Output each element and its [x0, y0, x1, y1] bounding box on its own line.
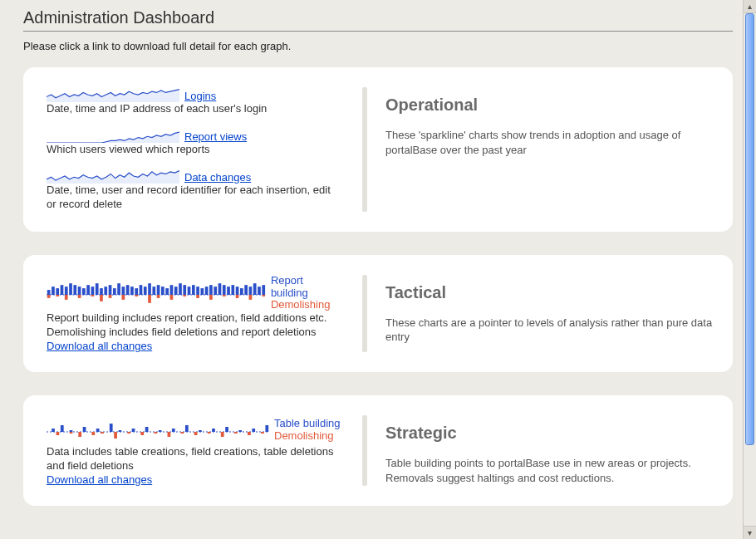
svg-rect-68 [262, 285, 265, 295]
svg-rect-103 [252, 429, 255, 432]
svg-rect-69 [262, 295, 265, 296]
svg-rect-50 [201, 288, 204, 295]
legend-tactical: Report building Demolishing [271, 275, 342, 312]
svg-rect-32 [144, 287, 147, 295]
svg-rect-53 [209, 295, 213, 300]
svg-rect-57 [223, 295, 226, 296]
svg-rect-83 [119, 430, 122, 432]
desc-logins: Date, time and IP address of each user's… [47, 102, 342, 116]
svg-rect-76 [78, 432, 81, 437]
svg-rect-82 [114, 432, 117, 439]
svg-rect-7 [65, 287, 68, 295]
link-logins[interactable]: Logins [184, 90, 216, 102]
svg-rect-28 [130, 287, 134, 295]
svg-rect-61 [236, 295, 239, 298]
scrollbar-thumb[interactable] [745, 13, 754, 445]
desc-report-views: Which users viewed which reports [47, 143, 342, 157]
svg-rect-14 [86, 285, 90, 295]
svg-rect-9 [69, 283, 72, 295]
svg-rect-38 [161, 287, 164, 295]
svg-rect-51 [205, 287, 209, 295]
svg-rect-104 [261, 432, 264, 434]
svg-rect-55 [218, 283, 222, 295]
svg-rect-12 [78, 295, 81, 298]
svg-rect-58 [227, 287, 230, 295]
svg-rect-33 [148, 283, 151, 295]
svg-rect-64 [249, 287, 253, 295]
divbar-tactical [47, 278, 266, 308]
svg-rect-36 [157, 285, 160, 295]
section-title-tactical: Tactical [385, 283, 713, 302]
svg-rect-16 [91, 295, 95, 296]
svg-rect-75 [70, 432, 73, 434]
svg-rect-66 [253, 283, 257, 295]
card-divider [362, 415, 367, 486]
link-report-views[interactable]: Report views [184, 130, 247, 143]
svg-rect-81 [110, 424, 113, 432]
svg-rect-19 [100, 295, 103, 301]
svg-rect-71 [52, 429, 55, 432]
divbar-strategic [47, 415, 269, 445]
scroll-up-icon[interactable]: ▴ [744, 0, 756, 13]
legend-down-strategic: Demolishing [274, 430, 341, 443]
svg-rect-35 [152, 287, 155, 295]
download-link-tactical[interactable]: Download all changes [47, 340, 152, 352]
legend-up-strategic: Table building [274, 418, 341, 430]
svg-rect-18 [100, 288, 103, 295]
sparkline-report-views [47, 128, 179, 143]
svg-rect-77 [83, 427, 86, 432]
svg-rect-31 [140, 285, 143, 295]
scrollbar[interactable]: ▴ ▾ [743, 0, 756, 539]
svg-rect-1 [47, 290, 51, 295]
svg-rect-86 [140, 432, 144, 435]
svg-rect-24 [117, 283, 120, 295]
svg-rect-101 [238, 430, 242, 432]
svg-rect-84 [127, 432, 130, 434]
svg-rect-40 [170, 285, 174, 295]
svg-rect-52 [209, 285, 213, 295]
card-operational: Logins Date, time and IP address of each… [23, 67, 733, 232]
svg-rect-100 [234, 432, 238, 434]
svg-rect-41 [170, 295, 174, 300]
svg-rect-88 [154, 432, 157, 434]
desc-data-changes: Date, time, user and record identifier f… [47, 184, 342, 212]
svg-rect-73 [61, 425, 64, 432]
svg-rect-37 [157, 295, 160, 298]
svg-rect-48 [196, 287, 199, 295]
svg-rect-22 [109, 295, 112, 298]
link-data-changes[interactable]: Data changes [184, 171, 251, 184]
svg-rect-65 [249, 295, 253, 300]
svg-rect-29 [135, 288, 138, 295]
svg-rect-80 [101, 432, 104, 434]
svg-rect-95 [199, 430, 202, 432]
svg-rect-23 [113, 288, 116, 295]
svg-rect-59 [231, 285, 234, 295]
svg-rect-10 [73, 285, 76, 295]
svg-rect-63 [244, 285, 248, 295]
svg-rect-99 [225, 427, 228, 432]
svg-rect-43 [179, 283, 182, 295]
legend-strategic: Table building Demolishing [274, 418, 341, 443]
svg-rect-3 [52, 287, 55, 295]
svg-rect-47 [192, 285, 195, 295]
svg-rect-8 [65, 295, 68, 300]
card-tactical: Report building Demolishing Report build… [23, 255, 733, 373]
svg-rect-92 [181, 432, 184, 434]
desc-strategic: Data includes table creations, field cre… [47, 445, 342, 473]
download-link-strategic[interactable]: Download all changes [47, 473, 152, 486]
intro-text: Please click a link to download full det… [23, 40, 733, 52]
scroll-down-icon[interactable]: ▾ [744, 526, 756, 539]
scrollbar-track[interactable] [744, 13, 756, 526]
svg-rect-96 [208, 432, 211, 434]
svg-rect-78 [91, 432, 95, 435]
svg-rect-17 [96, 283, 99, 295]
legend-down-tactical: Demolishing [271, 299, 342, 311]
svg-rect-27 [126, 285, 130, 295]
card-strategic: Table building Demolishing Data includes… [23, 395, 733, 506]
svg-rect-93 [185, 425, 189, 432]
sparkline-data-changes [47, 169, 179, 184]
svg-rect-74 [70, 430, 73, 432]
section-desc-tactical: These charts are a pointer to levels of … [385, 316, 713, 345]
svg-rect-79 [96, 429, 100, 432]
svg-rect-90 [168, 432, 171, 437]
